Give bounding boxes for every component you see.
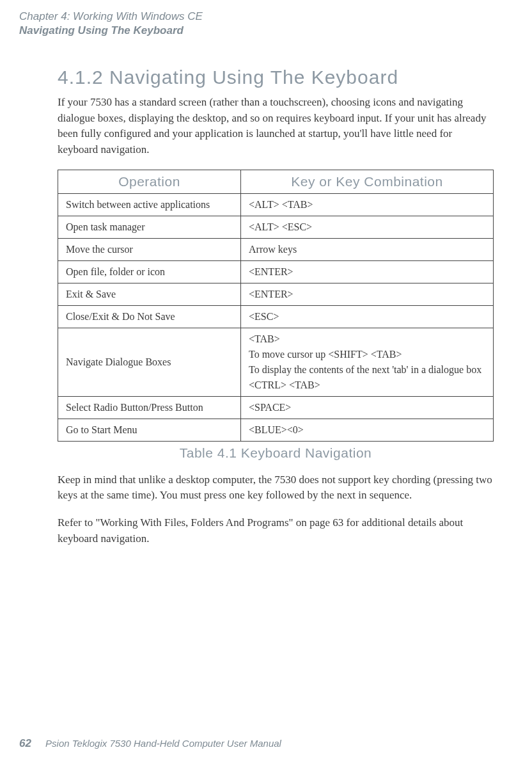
table-cell-operation: Navigate Dialogue Boxes bbox=[58, 328, 241, 396]
table-cell-key: <SPACE> bbox=[241, 396, 494, 419]
paragraph-after-table-2: Refer to "Working With Files, Folders An… bbox=[58, 515, 494, 547]
table-cell-operation: Open task manager bbox=[58, 216, 241, 238]
footer-title: Psion Teklogix 7530 Hand-Held Computer U… bbox=[45, 738, 281, 749]
main-content: 4.1.2 Navigating Using The Keyboard If y… bbox=[58, 67, 494, 547]
table-cell-key: <ENTER> bbox=[241, 260, 494, 283]
table-cell-operation: Close/Exit & Do Not Save bbox=[58, 305, 241, 328]
table-cell-key: <ESC> bbox=[241, 305, 494, 328]
table-header-key: Key or Key Combination bbox=[241, 170, 494, 193]
table-cell-key: Arrow keys bbox=[241, 238, 494, 260]
table-cell-key: <TAB> To move cursor up <SHIFT> <TAB> To… bbox=[241, 328, 494, 396]
table-cell-operation: Open file, folder or icon bbox=[58, 260, 241, 283]
table-row: Go to Start Menu <BLUE><0> bbox=[58, 419, 494, 441]
table-row: Open file, folder or icon <ENTER> bbox=[58, 260, 494, 283]
table-cell-key: <ALT> <ESC> bbox=[241, 216, 494, 238]
table-cell-operation: Move the cursor bbox=[58, 238, 241, 260]
table-row: Close/Exit & Do Not Save <ESC> bbox=[58, 305, 494, 328]
table-row: Switch between active applications <ALT>… bbox=[58, 193, 494, 216]
page-footer: 62 Psion Teklogix 7530 Hand-Held Compute… bbox=[19, 737, 281, 750]
paragraph-after-table-1: Keep in mind that unlike a desktop compu… bbox=[58, 472, 494, 504]
table-cell-key: <ALT> <TAB> bbox=[241, 193, 494, 216]
table-row: Exit & Save <ENTER> bbox=[58, 283, 494, 305]
section-label: Navigating Using The Keyboard bbox=[19, 24, 494, 38]
table-cell-key: <BLUE><0> bbox=[241, 419, 494, 441]
table-cell-operation: Switch between active applications bbox=[58, 193, 241, 216]
table-row: Move the cursor Arrow keys bbox=[58, 238, 494, 260]
table-row: Select Radio Button/Press Button <SPACE> bbox=[58, 396, 494, 419]
table-cell-operation: Exit & Save bbox=[58, 283, 241, 305]
table-caption: Table 4.1 Keyboard Navigation bbox=[58, 445, 494, 461]
page-header: Chapter 4: Working With Windows CE Navig… bbox=[19, 10, 494, 38]
section-heading: 4.1.2 Navigating Using The Keyboard bbox=[58, 67, 494, 88]
table-row: Navigate Dialogue Boxes <TAB> To move cu… bbox=[58, 328, 494, 396]
table-cell-operation: Go to Start Menu bbox=[58, 419, 241, 441]
intro-paragraph: If your 7530 has a standard screen (rath… bbox=[58, 95, 494, 158]
chapter-label: Chapter 4: Working With Windows CE bbox=[19, 10, 494, 24]
table-cell-key: <ENTER> bbox=[241, 283, 494, 305]
table-row: Open task manager <ALT> <ESC> bbox=[58, 216, 494, 238]
table-cell-operation: Select Radio Button/Press Button bbox=[58, 396, 241, 419]
page-number: 62 bbox=[19, 737, 31, 749]
table-header-operation: Operation bbox=[58, 170, 241, 193]
keyboard-navigation-table: Operation Key or Key Combination Switch … bbox=[58, 170, 494, 442]
